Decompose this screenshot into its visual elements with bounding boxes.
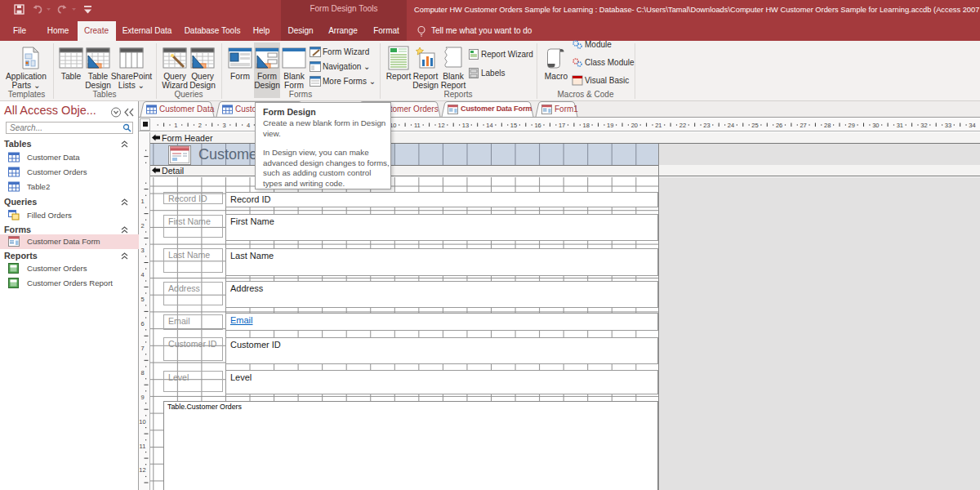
svg-text:9: 9	[140, 394, 144, 401]
svg-text:21: 21	[655, 122, 662, 129]
svg-text:2: 2	[198, 122, 202, 129]
svg-text:4: 4	[247, 122, 250, 129]
svg-text:30: 30	[872, 122, 879, 129]
svg-text:23: 23	[703, 122, 710, 129]
svg-text:20: 20	[631, 122, 638, 129]
svg-text:17: 17	[559, 122, 565, 129]
svg-text:14: 14	[486, 122, 492, 129]
svg-text:26: 26	[776, 122, 782, 129]
svg-text:24: 24	[728, 122, 734, 129]
svg-text:6: 6	[140, 320, 144, 327]
svg-text:19: 19	[607, 122, 613, 129]
svg-text:8: 8	[140, 369, 144, 376]
svg-text:34: 34	[969, 122, 975, 129]
svg-text:32: 32	[920, 122, 927, 129]
svg-text:7: 7	[140, 345, 144, 352]
svg-text:3: 3	[140, 247, 144, 254]
svg-text:16: 16	[534, 122, 541, 129]
svg-text:31: 31	[897, 122, 903, 129]
svg-text:33: 33	[945, 122, 951, 129]
svg-text:25: 25	[751, 122, 758, 129]
svg-text:1: 1	[174, 122, 177, 129]
svg-text:13: 13	[462, 122, 469, 129]
svg-text:27: 27	[800, 122, 806, 129]
svg-text:11: 11	[414, 122, 421, 129]
svg-text:11: 11	[140, 443, 146, 450]
svg-text:5: 5	[140, 296, 144, 303]
svg-text:10: 10	[139, 418, 145, 425]
svg-text:12: 12	[139, 466, 145, 474]
svg-text:28: 28	[824, 122, 831, 129]
svg-text:1: 1	[140, 198, 144, 205]
svg-text:15: 15	[510, 122, 517, 129]
svg-text:29: 29	[849, 122, 855, 129]
svg-text:22: 22	[679, 122, 686, 129]
svg-text:12: 12	[438, 122, 444, 129]
svg-text:3: 3	[222, 122, 225, 129]
svg-text:4: 4	[140, 271, 144, 278]
svg-text:18: 18	[583, 122, 590, 129]
svg-text:2: 2	[140, 222, 144, 229]
